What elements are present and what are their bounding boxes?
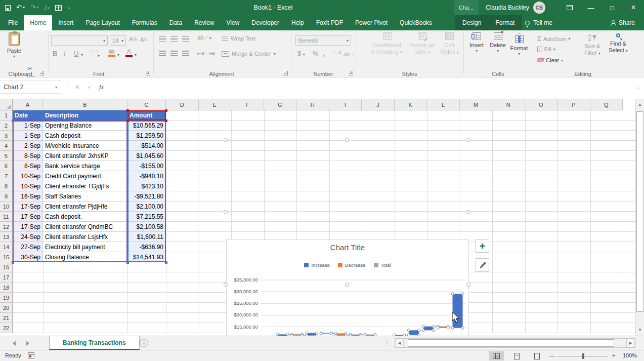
tab-scroll-splitter[interactable]: ⋮⋮ [384, 340, 390, 345]
row-header-17[interactable]: 17 [0, 272, 13, 283]
data-point-handle[interactable] [407, 329, 410, 332]
autosum-button[interactable]: Σ AutoSum▾ [537, 35, 570, 43]
redo-button[interactable]: ↷▾ [30, 0, 39, 15]
tab-data[interactable]: Data [163, 15, 188, 30]
table-cell[interactable]: 1-Sep [13, 131, 43, 141]
table-cell[interactable]: 1-Sep [13, 121, 43, 131]
tab-file[interactable]: File [2, 15, 24, 30]
column-header-f[interactable]: F [231, 99, 264, 110]
data-point-handle[interactable] [422, 325, 424, 328]
tab-help[interactable]: Help [285, 15, 310, 30]
column-header-m[interactable]: M [460, 99, 493, 110]
table-cell[interactable]: Opening Balance [43, 121, 127, 131]
paste-button[interactable]: Paste ▾ [4, 32, 24, 69]
clear-button[interactable]: Clear▾ [537, 57, 563, 63]
font-size-combo[interactable]: 14▾ [110, 35, 126, 46]
column-header-p[interactable]: P [557, 99, 590, 110]
tab-home[interactable]: Home [24, 15, 52, 30]
legend-item-increase[interactable]: Increase [304, 262, 329, 268]
decrease-decimal-button[interactable]: .00→ [343, 52, 354, 57]
data-point-handle[interactable] [422, 329, 424, 332]
column-header-g[interactable]: G [264, 99, 297, 110]
row-header-12[interactable]: 12 [0, 222, 13, 232]
vertical-align-buttons[interactable] [159, 36, 189, 42]
table-cell[interactable]: M/vehicle Insurance [43, 141, 127, 151]
increase-decimal-button[interactable]: ←.0 [333, 50, 341, 55]
accounting-format-button[interactable]: $ ▾ [297, 50, 305, 57]
table-cell[interactable]: Client etransfer QndmBC [43, 222, 127, 232]
insert-function-button[interactable]: fx [45, 0, 50, 15]
sort-filter-button[interactable]: AZ Sort & Filter ▾ [581, 32, 604, 69]
row-header-1[interactable]: 1 [0, 110, 13, 121]
tab-foxit-pdf[interactable]: Foxit PDF [310, 15, 349, 30]
table-cell[interactable]: $1,259.50 [127, 131, 166, 141]
data-point-handle[interactable] [432, 329, 435, 332]
data-point-handle[interactable] [417, 329, 420, 332]
table-cell[interactable]: 8-Sep [13, 161, 43, 171]
row-header-21[interactable]: 21 [0, 313, 13, 323]
tab-developer[interactable]: Developer [245, 15, 285, 30]
align-top-icon[interactable] [159, 36, 166, 42]
data-point-handle[interactable] [320, 332, 322, 335]
column-header-c[interactable]: C [127, 99, 166, 110]
table-header-date[interactable]: Date [13, 110, 43, 121]
table-cell[interactable]: $2,100.58 [127, 222, 166, 232]
chart-title[interactable]: Chart Title [227, 243, 468, 252]
minimize-button[interactable]: — [580, 0, 602, 15]
table-cell[interactable]: -$155.00 [127, 161, 166, 171]
font-name-combo[interactable]: ▾ [51, 35, 108, 46]
waterfall-bar[interactable] [423, 327, 434, 330]
table-cell[interactable]: -$636.90 [127, 242, 166, 252]
zoom-in-button[interactable]: + [612, 352, 615, 358]
column-header-h[interactable]: H [296, 99, 329, 110]
table-cell[interactable]: -$940.10 [127, 171, 166, 181]
orientation-button[interactable]: ab⟋ ▾ [197, 34, 211, 41]
tab-quickbooks[interactable]: QuickBooks [394, 15, 438, 30]
data-point-handle[interactable] [461, 327, 464, 329]
prev-sheet-button[interactable] [13, 341, 16, 346]
column-header-d[interactable]: D [166, 99, 199, 110]
table-cell[interactable]: Closing Balance [43, 252, 127, 262]
name-box[interactable]: Chart 2 ▾ [0, 81, 61, 94]
row-header-4[interactable]: 4 [0, 141, 13, 151]
table-cell[interactable]: 17-Sep [13, 202, 43, 212]
table-cell[interactable]: 24-Sep [13, 232, 43, 242]
table-cell[interactable]: 10-Sep [13, 181, 43, 191]
column-header-q[interactable]: Q [590, 99, 623, 110]
fill-color-button[interactable] [108, 50, 115, 57]
y-axis-label[interactable]: $35,000.00 [234, 277, 258, 283]
table-button[interactable] [55, 5, 62, 11]
row-header-6[interactable]: 6 [0, 161, 13, 171]
chart-legend[interactable]: IncreaseDecreaseTotal [227, 262, 468, 268]
number-dialog-launcher[interactable] [349, 71, 353, 75]
table-cell[interactable]: $7,215.55 [127, 212, 166, 222]
table-cell[interactable]: 10-Sep [13, 171, 43, 181]
table-cell[interactable]: 16-Sep [13, 191, 43, 202]
italic-button[interactable]: I [64, 50, 66, 57]
delete-cells-button[interactable]: Delete ▾ [488, 32, 508, 69]
tab-insert[interactable]: Insert [52, 15, 79, 30]
scroll-left-button[interactable]: ◀ [395, 339, 404, 347]
chart-selection-handle[interactable] [466, 283, 470, 287]
row-header-22[interactable]: 22 [0, 323, 13, 333]
zoom-out-button[interactable]: — [549, 352, 555, 358]
cancel-button[interactable]: ✕ [75, 84, 80, 91]
chart-styles-button[interactable] [476, 258, 489, 272]
data-point-handle[interactable] [437, 327, 439, 329]
align-left-icon[interactable] [159, 51, 166, 56]
data-point-handle[interactable] [447, 327, 449, 329]
waterfall-bar[interactable] [409, 330, 419, 335]
chart-selection-handle[interactable] [466, 138, 470, 142]
sheet-tab-banking-transactions[interactable]: Banking Transactions [49, 336, 140, 350]
table-cell[interactable]: 27-Sep [13, 242, 43, 252]
vertical-scrollbar[interactable]: ▲ ▼ [635, 99, 644, 336]
data-point-handle[interactable] [451, 327, 454, 329]
ribbon-display-options-button[interactable] [559, 0, 580, 15]
column-header-b[interactable]: B [43, 99, 127, 110]
row-header-13[interactable]: 13 [0, 232, 13, 242]
waterfall-chart[interactable]: $0.00$5,000.00$10,000.00$15,000.00$20,00… [226, 239, 469, 336]
chart-selection-handle[interactable] [224, 283, 228, 287]
indent-buttons[interactable]: ⇤≡ ⇥≡ [197, 51, 215, 56]
number-format-combo[interactable]: General▾ [295, 35, 351, 46]
underline-dropdown[interactable]: ▾ [81, 53, 83, 57]
